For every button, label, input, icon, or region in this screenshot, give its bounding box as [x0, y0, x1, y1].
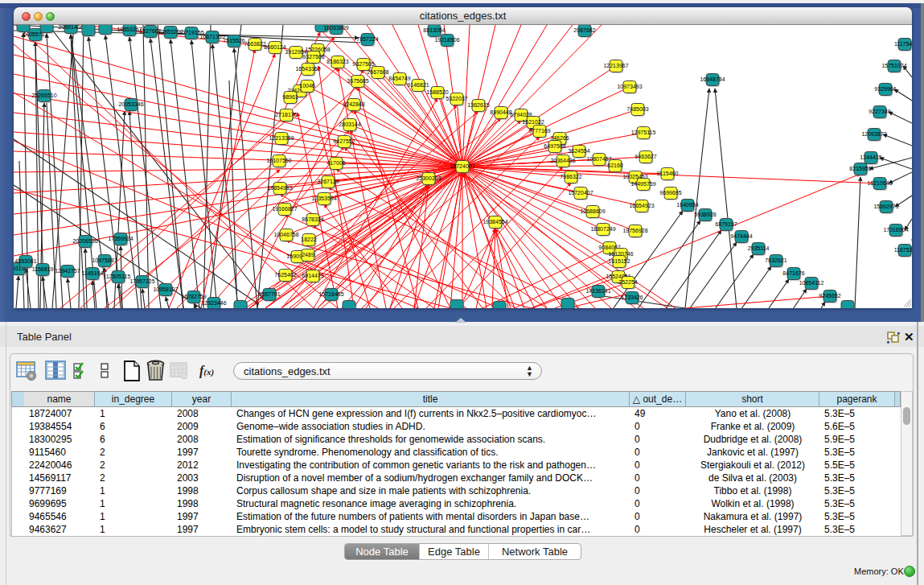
svg-text:16654923: 16654923 [629, 203, 654, 208]
svg-text:10973493: 10973493 [617, 84, 642, 89]
svg-text:9115460: 9115460 [657, 171, 679, 176]
svg-text:8678334: 8678334 [302, 216, 323, 222]
svg-text:12505115: 12505115 [106, 274, 131, 279]
svg-text:19384554: 19384554 [483, 219, 507, 225]
svg-text:16648784: 16648784 [700, 76, 725, 82]
svg-text:14136141: 14136141 [585, 288, 610, 294]
svg-text:3267130: 3267130 [317, 179, 339, 184]
svg-text:16671355: 16671355 [199, 34, 224, 39]
svg-text:3624554: 3624554 [568, 148, 589, 154]
svg-text:2803144: 2803144 [339, 122, 360, 127]
svg-text:7663822: 7663822 [244, 41, 265, 47]
svg-text:8186323: 8186323 [326, 59, 348, 64]
svg-text:9245652: 9245652 [819, 293, 840, 299]
svg-text:9327505: 9327505 [352, 61, 374, 67]
svg-text:1733426: 1733426 [621, 295, 643, 300]
svg-text:7986322: 7986322 [560, 174, 581, 179]
svg-text:18724007: 18724007 [450, 163, 474, 169]
svg-text:6497568: 6497568 [544, 143, 565, 149]
svg-text:9463627: 9463627 [634, 154, 656, 159]
svg-text:20206536: 20206536 [72, 238, 97, 244]
svg-text:12093872: 12093872 [861, 131, 886, 137]
svg-text:16033809: 16033809 [323, 25, 348, 31]
svg-text:1621022: 1621022 [522, 119, 544, 125]
svg-text:12975115: 12975115 [631, 130, 656, 135]
svg-text:7625402: 7625402 [274, 272, 296, 278]
svg-text:1156819: 1156819 [32, 266, 54, 272]
svg-text:417006: 417006 [326, 160, 345, 166]
svg-text:1167533: 1167533 [894, 247, 912, 253]
svg-text:19166827: 19166827 [272, 206, 297, 212]
svg-text:12213369: 12213369 [269, 135, 294, 141]
svg-text:20053346: 20053346 [118, 101, 143, 107]
svg-text:8990448: 8990448 [490, 109, 511, 115]
svg-text:9699695: 9699695 [659, 190, 681, 196]
svg-text:15720407: 15720407 [568, 190, 593, 196]
svg-text:10688609: 10688609 [580, 208, 605, 214]
svg-text:9227349: 9227349 [869, 109, 890, 114]
svg-text:18222: 18222 [301, 237, 317, 242]
svg-text:19756928: 19756928 [622, 228, 647, 233]
svg-text:7632621: 7632621 [765, 257, 786, 263]
svg-text:7515526: 7515526 [223, 38, 244, 43]
svg-text:17359924: 17359924 [108, 236, 133, 241]
svg-text:2718176: 2718176 [275, 112, 297, 117]
svg-text:1244415: 1244415 [860, 154, 881, 160]
svg-text:16210643: 16210643 [867, 180, 892, 186]
svg-text:8813054: 8813054 [423, 27, 445, 33]
svg-text:7485003: 7485003 [626, 106, 648, 112]
svg-text:10958107: 10958107 [153, 286, 178, 292]
svg-text:10807487: 10807487 [586, 156, 611, 162]
svg-text:10046758: 10046758 [273, 232, 298, 237]
svg-text:5938928: 5938928 [694, 212, 716, 217]
svg-text:1117549: 1117549 [894, 41, 912, 47]
svg-text:16782759: 16782759 [181, 294, 206, 299]
svg-text:9242848: 9242848 [343, 101, 364, 107]
svg-text:10654112: 10654112 [799, 280, 824, 286]
svg-text:98961: 98961 [282, 94, 298, 100]
svg-text:1362615: 1362615 [467, 102, 489, 108]
svg-text:2489: 2489 [302, 252, 314, 257]
svg-text:9427552: 9427552 [333, 138, 355, 144]
svg-text:10853267: 10853267 [117, 27, 142, 32]
svg-text:25300203: 25300203 [416, 175, 441, 181]
svg-text:19854983: 19854983 [267, 185, 292, 191]
svg-text:8215955: 8215955 [849, 166, 871, 171]
svg-text:9146821: 9146821 [407, 82, 429, 88]
svg-text:12353594: 12353594 [311, 196, 336, 201]
svg-text:20691406: 20691406 [58, 25, 83, 30]
svg-text:1588520: 1588520 [426, 89, 448, 95]
svg-text:252254: 252254 [618, 279, 637, 285]
svg-text:2935114: 2935114 [748, 245, 770, 251]
svg-text:3675685: 3675685 [347, 78, 368, 84]
svg-text:4853061: 4853061 [14, 258, 36, 264]
svg-text:25266510: 25266510 [31, 93, 56, 98]
svg-text:16543362: 16543362 [295, 66, 320, 72]
svg-text:746266: 746266 [550, 135, 569, 141]
svg-text:2087682: 2087682 [573, 27, 595, 33]
svg-text:20364436: 20364436 [550, 158, 575, 163]
svg-text:19218506: 19218506 [434, 37, 459, 43]
svg-text:12942757: 12942757 [55, 268, 80, 274]
svg-text:15751074: 15751074 [881, 63, 906, 68]
svg-text:18807249: 18807249 [590, 226, 615, 232]
svg-text:14495759: 14495759 [630, 181, 655, 187]
svg-text:2667608: 2667608 [367, 69, 388, 75]
svg-text:17016504: 17016504 [883, 227, 908, 233]
svg-text:15716485: 15716485 [318, 291, 343, 297]
svg-text:17957225: 17957225 [129, 278, 154, 284]
svg-text:8660124: 8660124 [264, 44, 285, 50]
svg-text:12213967: 12213967 [603, 63, 628, 68]
svg-text:9777169: 9777169 [528, 128, 550, 134]
svg-text:9474444: 9474444 [730, 233, 752, 239]
svg-text:16107550: 16107550 [266, 158, 291, 163]
svg-text:1615152: 1615152 [608, 258, 630, 264]
svg-text:5322037: 5322037 [446, 96, 467, 101]
svg-text:8454749: 8454749 [388, 76, 410, 81]
svg-text:10975887: 10975887 [92, 257, 117, 263]
svg-text:9329966: 9329966 [874, 86, 896, 92]
svg-text:9657791: 9657791 [258, 291, 280, 297]
svg-text:8471676: 8471676 [782, 270, 804, 276]
svg-text:6879197: 6879197 [715, 221, 737, 227]
svg-text:15692971: 15692971 [873, 204, 898, 209]
